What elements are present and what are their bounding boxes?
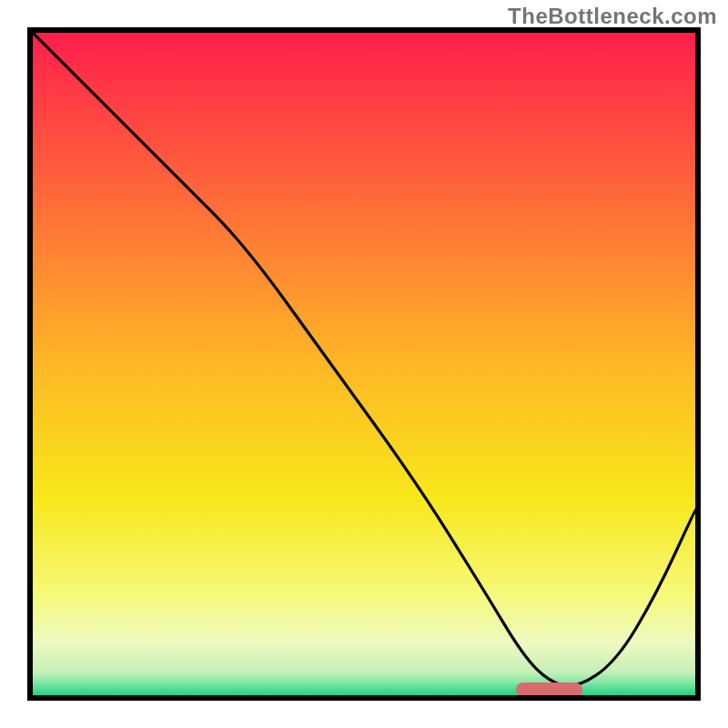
optimal-range-marker bbox=[516, 682, 582, 697]
chart-container: TheBottleneck.com bbox=[0, 0, 728, 728]
chart-svg bbox=[33, 33, 695, 695]
watermark-text: TheBottleneck.com bbox=[508, 4, 717, 29]
plot-area bbox=[27, 27, 701, 701]
